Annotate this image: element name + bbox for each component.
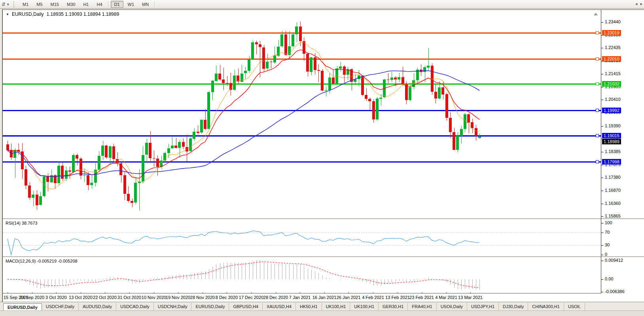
hline-price-badge: 1.22010 xyxy=(602,56,621,62)
chart-tab-xauusd-h4[interactable]: XAUUSD,H4 xyxy=(263,303,296,310)
chart-tab-ger30-h1[interactable]: GER30,H1 xyxy=(379,303,408,310)
hline-price-badge: 1.19015 xyxy=(602,133,621,138)
chart-tab-eurusd-daily[interactable]: EURUSD,Daily xyxy=(3,303,42,310)
hline-price-badge: 1.17998 xyxy=(602,159,621,165)
timeframe-button-h1[interactable]: H1 xyxy=(80,1,92,8)
hline-price-badge: 1.21032 xyxy=(602,81,621,87)
timeframe-toolbar: M1M5M15M30H1H4D1W1MN xyxy=(19,1,157,8)
date-label: 3 Oct 2020 xyxy=(45,295,67,300)
chart-tab-usdchf-daily[interactable]: USDCHF,Daily xyxy=(42,303,79,310)
macd-tick-label: -0.006386 xyxy=(605,289,625,294)
rsi-tick-label: 100 xyxy=(605,220,612,225)
chart-tab-eurusd-daily[interactable]: EURUSD,Daily xyxy=(191,303,229,310)
chart-tab-usdcad-daily[interactable]: USDCAD,Daily xyxy=(116,303,154,310)
chart-tab-usdjpy-h1[interactable]: USDJPY,H1 xyxy=(467,303,499,310)
tab-scroll-right-icon[interactable]: ► xyxy=(640,2,643,6)
chart-tab-hk50-h1[interactable]: HK50,H1 xyxy=(296,303,322,310)
date-label: 28 Nov 2020 xyxy=(190,295,215,300)
chart-tab-usoil-daily[interactable]: USOil,Daily xyxy=(437,303,467,310)
tab-scroll-left-icon[interactable]: ◄ xyxy=(635,2,638,6)
date-label: 16 Jan 2021 xyxy=(313,295,337,300)
chart-autoscroll-icon[interactable] xyxy=(594,13,598,15)
price-tick-label: 1.16870 xyxy=(605,188,621,193)
chart-shift-icon[interactable]: ⇵ xyxy=(0,2,7,7)
price-tick-label: 1.23440 xyxy=(605,19,621,24)
chart-tab-gbpusd-h4[interactable]: GBPUSD,H4 xyxy=(229,303,263,310)
date-label: 7 Jan 2021 xyxy=(289,295,311,300)
status-strip xyxy=(0,310,644,316)
timeframe-button-mn[interactable]: MN xyxy=(138,1,152,8)
chart-tab-bar: EURUSD,DailyUSDCHF,DailyAUDUSD,DailyUSDC… xyxy=(0,302,644,310)
price-tick-label: 1.22435 xyxy=(605,45,621,50)
tab-scroll-buttons: ◄ ► xyxy=(635,2,643,6)
axis-tick xyxy=(601,292,603,292)
macd-tick-label: 0.009412 xyxy=(605,258,623,263)
toolbar: ⇵ ▾ M1M5M15M30H1H4D1W1MN xyxy=(0,0,644,9)
axis-tick xyxy=(601,178,603,178)
toolbar-grip[interactable] xyxy=(13,1,16,8)
macd-tick-label: 0.00 xyxy=(605,276,613,281)
rsi-tick-label: 30 xyxy=(605,242,610,247)
bid-price-badge: 1.18989 xyxy=(602,139,621,144)
chart-ohlc-values: 1.18935 1.19093 1.18894 1.18989 xyxy=(47,11,119,17)
axis-tick xyxy=(601,165,603,165)
chart-title: ▼ EURUSD,Daily 1.18935 1.19093 1.18894 1… xyxy=(6,11,119,17)
price-tick-label: 1.21415 xyxy=(605,71,621,76)
chart-tab-fra40-h1[interactable]: FRA40,H1 xyxy=(408,303,436,310)
toolbar-dropdown-icon[interactable]: ▾ xyxy=(7,2,12,6)
macd-label: MACD(12,26,9) -0.005219 -0.005208 xyxy=(6,259,78,263)
chart-tab-audusd-daily[interactable]: AUDUSD,Daily xyxy=(79,303,116,310)
chart-tab-uk100-h1[interactable]: UK100,H1 xyxy=(350,303,379,310)
axis-tick xyxy=(601,126,603,127)
chart-tab-usoil[interactable]: USOil, xyxy=(564,303,585,310)
chart-symbol-label: EURUSD,Daily xyxy=(12,11,44,17)
axis-tick xyxy=(601,204,603,204)
axis-tick xyxy=(601,279,603,280)
axis-tick xyxy=(601,261,603,261)
time-axis: 15 Sep 202024 Sep 20203 Oct 202013 Oct 2… xyxy=(3,293,601,302)
chart-tab-usdcnh-daily[interactable]: USDCNH,Daily xyxy=(154,303,192,310)
rsi-label: RSI(14) 38.7673 xyxy=(6,221,38,225)
rsi-tick-label: 0 xyxy=(605,252,607,257)
date-label: 23 Feb 2021 xyxy=(409,295,434,300)
axis-tick xyxy=(601,191,603,191)
price-chart-canvas[interactable] xyxy=(3,10,601,218)
toolbar-separator xyxy=(154,1,155,8)
axis-tick xyxy=(601,245,603,246)
price-tick-label: 1.17380 xyxy=(605,175,621,180)
timeframe-button-h4[interactable]: H4 xyxy=(93,1,106,8)
price-tick-label: 1.20410 xyxy=(605,97,621,102)
chart-tab-dj30-daily[interactable]: DJ30,Daily xyxy=(499,303,528,310)
toolbar-separator xyxy=(108,1,109,8)
date-label: 24 Sep 2020 xyxy=(20,295,44,300)
mt4-window: ⇵ ▾ M1M5M15M30H1H4D1W1MN ▼ EURUSD,Daily … xyxy=(0,0,644,316)
timeframe-button-m1[interactable]: M1 xyxy=(19,1,32,8)
date-label: 13 Mar 2021 xyxy=(458,295,483,300)
rsi-canvas[interactable] xyxy=(3,220,601,256)
timeframe-button-m15[interactable]: M15 xyxy=(47,1,63,8)
timeframe-button-d1[interactable]: D1 xyxy=(111,1,123,8)
timeframe-button-w1[interactable]: W1 xyxy=(124,1,138,8)
axis-tick xyxy=(601,255,603,255)
rsi-tick-label: 70 xyxy=(605,230,610,235)
price-tick-label: 1.18385 xyxy=(605,149,621,154)
date-label: 13 Feb 2021 xyxy=(385,295,410,300)
timeframe-button-m30[interactable]: M30 xyxy=(63,1,79,8)
price-axis: 1.234401.229301.224351.219251.214151.209… xyxy=(601,10,644,293)
chart-window: ▼ EURUSD,Daily 1.18935 1.19093 1.18894 1… xyxy=(2,9,644,302)
hline-price-badge: 1.19992 xyxy=(602,108,621,113)
date-label: 26 Jan 2021 xyxy=(337,295,361,300)
date-label: 19 Nov 2020 xyxy=(166,295,190,300)
chart-menu-icon[interactable]: ▼ xyxy=(6,13,9,16)
hline-price-badge: 1.23019 xyxy=(602,30,621,36)
chart-tab-china300-h1[interactable]: CHINA300,H1 xyxy=(528,303,564,310)
axis-tick xyxy=(601,100,603,100)
price-tick-label: 1.19390 xyxy=(605,123,621,128)
axis-tick xyxy=(601,87,603,87)
date-label: 31 Oct 2020 xyxy=(117,295,141,300)
timeframe-button-m5[interactable]: M5 xyxy=(33,1,46,8)
date-label: 13 Oct 2020 xyxy=(69,295,93,300)
axis-tick xyxy=(601,233,603,233)
chart-tab-uk100-h1[interactable]: UK100,H1 xyxy=(322,303,350,310)
macd-canvas[interactable] xyxy=(3,258,601,293)
